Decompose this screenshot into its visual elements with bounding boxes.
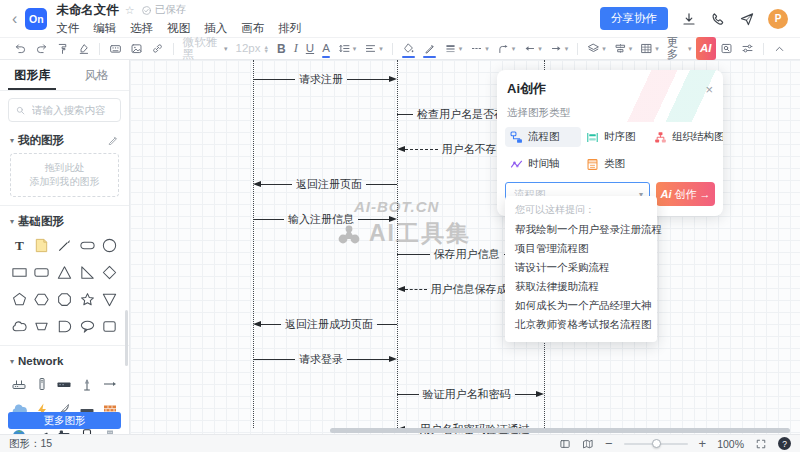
font-size-stepper[interactable]: 12px▲▼ xyxy=(232,40,273,58)
server-icon[interactable] xyxy=(34,376,50,392)
back-icon[interactable]: ‹ xyxy=(12,11,17,27)
ai-create-button[interactable]: Ai 创作 → xyxy=(656,182,715,206)
hexagon-shape[interactable] xyxy=(33,290,51,308)
arrow-start-icon[interactable]: ▾ xyxy=(519,40,546,58)
circle-shape[interactable] xyxy=(101,236,119,254)
pill-shape[interactable] xyxy=(78,236,96,254)
octagon-shape[interactable] xyxy=(55,290,73,308)
app-logo[interactable]: On xyxy=(25,8,47,30)
zoom-in-button[interactable]: + xyxy=(699,437,707,450)
pentagon-shape[interactable] xyxy=(10,290,28,308)
share-collaborate-button[interactable]: 分享协作 xyxy=(600,7,668,30)
text-shape[interactable]: T xyxy=(10,236,28,254)
zoom-out-button[interactable]: − xyxy=(605,437,613,450)
find-replace-icon[interactable] xyxy=(716,40,737,58)
my-shapes-header[interactable]: ▾ 我的图形 xyxy=(0,129,129,151)
arrow-end-icon[interactable]: ▾ xyxy=(546,40,573,58)
sidebar-tab[interactable]: 图形库 xyxy=(0,60,65,90)
trapezoid-shape[interactable] xyxy=(33,317,51,335)
avatar[interactable]: P xyxy=(768,9,788,29)
fullscreen-icon[interactable] xyxy=(755,438,767,450)
send-icon[interactable] xyxy=(739,11,755,27)
undo-icon[interactable] xyxy=(10,40,31,58)
menu-item[interactable]: 选择 xyxy=(130,21,153,36)
font-family-select[interactable]: 微软雅黑▾ xyxy=(179,40,232,58)
switch-icon[interactable] xyxy=(56,376,72,392)
italic-button[interactable]: I xyxy=(290,40,302,58)
bold-button[interactable]: B xyxy=(273,40,290,58)
document-title[interactable]: 未命名文件 xyxy=(56,2,119,19)
diagram-type-flowchart[interactable]: 流程图 xyxy=(505,127,581,147)
underline-button[interactable]: U xyxy=(302,40,318,58)
phone-icon[interactable] xyxy=(710,11,726,27)
edit-pencil-icon[interactable] xyxy=(107,134,119,146)
zoom-slider[interactable] xyxy=(624,443,688,445)
canvas[interactable]: AI-BOT.CN AI工具集 请求注册检查用户名是否存在用户名不存在返回注册页… xyxy=(130,60,800,434)
diagram-type-orgchart[interactable]: 组织结构图 xyxy=(649,127,723,147)
sequence-message[interactable]: 返回注册成功页面 xyxy=(253,317,397,331)
link-icon[interactable] xyxy=(147,40,168,58)
help-button[interactable]: ? xyxy=(778,437,791,450)
menu-item[interactable]: 排列 xyxy=(278,21,301,36)
suggestion-item[interactable]: 如何成长为一个产品经理大神 xyxy=(515,296,647,315)
drop-zone[interactable]: 拖到此处 添加到我的图形 xyxy=(10,153,119,197)
eraser-icon[interactable] xyxy=(73,40,94,58)
connector-style-icon[interactable]: ▾ xyxy=(493,40,520,58)
star-shape[interactable] xyxy=(78,290,96,308)
suggestion-item[interactable]: 帮我绘制一个用户登录注册流程 xyxy=(515,220,647,239)
diagram-type-sequence-diagram[interactable]: 时序图 xyxy=(581,127,649,147)
suggestion-item[interactable]: 项目管理流程图 xyxy=(515,239,647,258)
font-color-button[interactable]: A xyxy=(318,40,334,58)
wireless-router-icon[interactable] xyxy=(11,376,27,392)
rounded-rect-shape[interactable] xyxy=(33,263,51,281)
sequence-message[interactable]: 请求注册 xyxy=(253,72,397,86)
zoom-slider-knob[interactable] xyxy=(652,439,661,448)
more-button[interactable]: 更多▾ xyxy=(663,40,696,58)
sidebar-tab[interactable]: 风格 xyxy=(65,60,130,90)
network-header[interactable]: ▾ Network xyxy=(0,350,129,372)
rounded-square-shape[interactable] xyxy=(101,317,119,335)
menu-item[interactable]: 插入 xyxy=(204,21,227,36)
more-shapes-button[interactable]: 更多图形 xyxy=(8,412,121,429)
connection-arrow-icon[interactable] xyxy=(102,376,118,392)
ai-assistant-badge[interactable]: AI xyxy=(696,37,717,60)
line-style-icon[interactable]: ▾ xyxy=(466,40,493,58)
layers-icon[interactable]: ▾ xyxy=(583,40,610,58)
callout-shape[interactable] xyxy=(78,317,96,335)
cloud-shape[interactable] xyxy=(10,317,28,335)
pen-line-shape[interactable] xyxy=(55,236,73,254)
keyboard-icon[interactable] xyxy=(105,40,126,58)
collapse-toolbar-icon[interactable] xyxy=(769,40,790,58)
sequence-message[interactable]: 返回注册页面 xyxy=(253,177,397,191)
inverted-triangle-shape[interactable] xyxy=(101,290,119,308)
line-height-icon[interactable]: ▾ xyxy=(334,40,361,58)
note-shape[interactable] xyxy=(33,236,51,254)
diagram-type-timeline[interactable]: 时间轴 xyxy=(505,154,581,174)
font-size-stepper-arrows[interactable]: ▲▼ xyxy=(264,45,269,53)
sequence-message[interactable]: 输入注册信息 xyxy=(253,212,397,226)
rect-shape[interactable] xyxy=(10,263,28,281)
sequence-message[interactable]: 验证用户名和密码 xyxy=(397,387,544,401)
sidebar-scrollbar[interactable] xyxy=(125,310,128,366)
format-painter-icon[interactable] xyxy=(52,40,73,58)
close-icon[interactable]: × xyxy=(705,83,713,96)
redo-icon[interactable] xyxy=(31,40,52,58)
menu-item[interactable]: 文件 xyxy=(56,21,79,36)
image-icon[interactable] xyxy=(126,40,147,58)
suggestion-item[interactable]: 获取法律援助流程 xyxy=(515,277,647,296)
minimap-icon[interactable] xyxy=(582,438,594,450)
stroke-color-icon[interactable] xyxy=(419,40,440,58)
diamond-shape[interactable] xyxy=(101,263,119,281)
fill-color-icon[interactable] xyxy=(398,40,419,58)
triangle-shape[interactable] xyxy=(55,263,73,281)
text-align-icon[interactable]: ▾ xyxy=(360,40,387,58)
menu-item[interactable]: 视图 xyxy=(167,21,190,36)
display-shape[interactable] xyxy=(55,317,73,335)
download-icon[interactable] xyxy=(681,11,697,27)
suggestion-item[interactable]: 北京教师资格考试报名流程图 xyxy=(515,315,647,334)
line-width-icon[interactable]: ▾ xyxy=(440,40,467,58)
menu-item[interactable]: 画布 xyxy=(241,21,264,36)
panel-toggle-icon[interactable] xyxy=(559,438,571,450)
favorite-star-icon[interactable]: ☆ xyxy=(125,4,135,17)
sequence-message[interactable]: 请求登录 xyxy=(253,352,397,366)
